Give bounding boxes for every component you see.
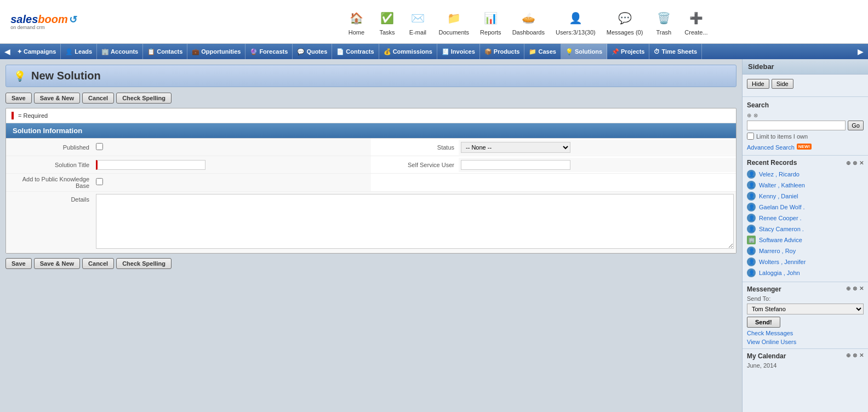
messenger-close-icon[interactable]: ✕ (859, 285, 864, 293)
search-go-button[interactable]: Go (848, 121, 864, 130)
recent-records-controls: ⊕ ⊗ ✕ (846, 160, 864, 166)
messenger-collapse-icon[interactable]: ⊗ (853, 285, 857, 293)
cancel-button-top[interactable]: Cancel (82, 93, 114, 104)
nav-documents[interactable]: 📁 Documents (438, 8, 469, 36)
menu-timesheets[interactable]: ⏱ Time Sheets (649, 44, 702, 59)
menu-solutions[interactable]: 💡 Solutions (561, 44, 607, 59)
check-spelling-button-bottom[interactable]: Check Spelling (116, 258, 172, 269)
self-service-field (459, 158, 736, 172)
search-input[interactable] (747, 121, 846, 130)
save-button-bottom[interactable]: Save (5, 258, 32, 269)
save-button-top[interactable]: Save (5, 93, 32, 104)
calendar-collapse-icon[interactable]: ⊗ (853, 352, 857, 360)
record-item[interactable]: 👤Kenny , Daniel (747, 191, 864, 202)
calendar-close-icon[interactable]: ✕ (859, 352, 864, 360)
record-item[interactable]: 👤Wolters , Jennifer (747, 256, 864, 267)
save-new-button-bottom[interactable]: Save & New (34, 258, 80, 269)
nav-users[interactable]: 👤 Users:3/13(30) (556, 8, 596, 36)
menu-commissions[interactable]: 💰 Commissions (379, 44, 437, 59)
nav-home[interactable]: 🏠 Home (346, 8, 366, 36)
messenger-expand-icon[interactable]: ⊕ (846, 285, 850, 293)
app-logo[interactable]: sales boom ↺ on demand crm (5, 5, 82, 38)
rr-close-icon[interactable]: ✕ (859, 160, 864, 166)
messenger-recipient-select[interactable]: Tom Stefano (747, 304, 864, 314)
contacts-icon-small: 📋 (147, 48, 155, 55)
cancel-button-bottom[interactable]: Cancel (82, 258, 114, 269)
limit-items-checkbox[interactable] (747, 133, 754, 140)
menu-invoices[interactable]: 🧾 Invoices (437, 44, 480, 59)
form-grid: Published Status -- None -- Draft Publis… (6, 138, 736, 253)
advanced-search-link[interactable]: Advanced Search (747, 144, 795, 151)
calendar-expand-icon[interactable]: ⊕ (846, 352, 850, 360)
menu-quotes[interactable]: 💬 Quotes (293, 44, 332, 59)
menu-opportunities[interactable]: 💼 Opportunities (187, 44, 245, 59)
create-label: Create... (684, 29, 707, 36)
record-avatar: 👤 (747, 181, 756, 190)
details-textarea[interactable] (96, 194, 734, 249)
menu-campaigns[interactable]: ✦ Campaigns (13, 44, 61, 59)
view-online-users-link[interactable]: View Online Users (747, 339, 864, 345)
menu-accounts[interactable]: 🏢 Accounts (97, 44, 143, 59)
rr-up-icon[interactable]: ⊕ (846, 160, 850, 166)
save-new-button-top[interactable]: Save & New (34, 93, 80, 104)
record-name[interactable]: Kenny , Daniel (759, 193, 798, 199)
record-item[interactable]: 👤Walter , Kathleen (747, 180, 864, 191)
menu-left-arrow[interactable]: ◀ (2, 47, 13, 56)
main-layout: 💡 New Solution Save Save & New Cancel Ch… (0, 59, 868, 412)
record-avatar: 🏢 (747, 236, 756, 244)
record-name[interactable]: Wolters , Jennifer (759, 259, 806, 265)
published-checkbox[interactable] (96, 143, 103, 150)
kb-checkbox[interactable] (96, 178, 103, 185)
side-button[interactable]: Side (772, 79, 793, 89)
record-item[interactable]: 👤Stacy Cameron . (747, 224, 864, 234)
menu-products[interactable]: 📦 Products (480, 44, 525, 59)
messenger-send-button[interactable]: Send! (747, 317, 780, 328)
rr-down-icon[interactable]: ⊗ (853, 160, 857, 166)
record-item[interactable]: 👤Gaelan De Wolf . (747, 202, 864, 213)
solution-title-input[interactable] (96, 160, 205, 170)
record-name[interactable]: Renee Cooper . (759, 215, 802, 221)
record-name[interactable]: Gaelan De Wolf . (759, 204, 805, 210)
nav-messages[interactable]: 💬 Messages (0) (607, 8, 643, 36)
nav-create[interactable]: ➕ Create... (684, 8, 707, 36)
search-collapse-icon[interactable]: ⊗ (753, 112, 758, 118)
record-name[interactable]: Stacy Cameron . (759, 226, 804, 232)
hide-button[interactable]: Hide (747, 79, 769, 89)
nav-tasks[interactable]: ✅ Tasks (377, 8, 397, 36)
invoices-label: Invoices (451, 48, 475, 55)
record-item[interactable]: 🏢Software Advice (747, 234, 864, 245)
record-name[interactable]: Velez , Ricardo (759, 171, 800, 178)
nav-trash[interactable]: 🗑️ Trash (654, 8, 673, 36)
menu-leads[interactable]: 👤 Leads (61, 44, 97, 59)
self-service-input[interactable] (461, 160, 570, 170)
record-name[interactable]: Walter , Kathleen (759, 182, 805, 188)
check-spelling-button-top[interactable]: Check Spelling (116, 93, 172, 104)
menu-contacts[interactable]: 📋 Contacts (143, 44, 187, 59)
menu-items-container: ✦ Campaigns 👤 Leads 🏢 Accounts 📋 Contact… (13, 44, 855, 59)
record-item[interactable]: 👤Velez , Ricardo (747, 169, 864, 180)
menu-projects[interactable]: 📌 Projects (607, 44, 649, 59)
menu-contracts[interactable]: 📄 Contracts (332, 44, 379, 59)
record-avatar: 👤 (747, 192, 756, 201)
menu-cases[interactable]: 📁 Cases (524, 44, 561, 59)
nav-email[interactable]: ✉️ E-mail (408, 8, 427, 36)
record-name[interactable]: Software Advice (759, 237, 802, 243)
cases-icon-small: 📁 (529, 48, 536, 55)
nav-dashboards[interactable]: 🥧 Dashboards (512, 8, 545, 36)
record-name[interactable]: Marrero , Roy (759, 248, 796, 254)
record-item[interactable]: 👤Marrero , Roy (747, 245, 864, 256)
record-item[interactable]: 👤Laloggia , John (747, 267, 864, 278)
nav-reports[interactable]: 📊 Reports (480, 8, 501, 36)
search-expand-icon[interactable]: ⊕ (747, 112, 751, 118)
messenger-title-bar: Messenger ⊕ ⊗ ✕ (747, 285, 864, 293)
record-name[interactable]: Laloggia , John (759, 270, 800, 276)
logo-icon: ↺ (69, 14, 77, 26)
status-select[interactable]: -- None -- Draft Published Obsolete (461, 142, 570, 153)
menu-forecasts[interactable]: 🔮 Forecasts (245, 44, 293, 59)
check-messages-link[interactable]: Check Messages (747, 330, 864, 336)
dashboards-label: Dashboards (512, 29, 545, 36)
menu-right-arrow[interactable]: ▶ (855, 47, 866, 56)
documents-label: Documents (438, 29, 469, 36)
kb-row: Add to Public Knowledge Base (6, 174, 371, 192)
record-item[interactable]: 👤Renee Cooper . (747, 213, 864, 224)
